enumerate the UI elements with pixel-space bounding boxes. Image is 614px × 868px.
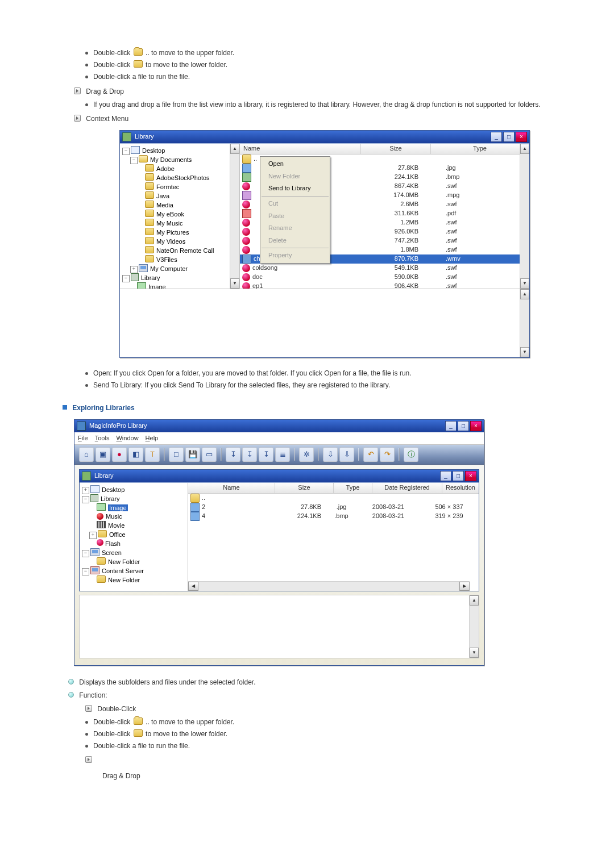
tree-pane[interactable]: −Desktop −My Documents Adobe AdobeStockP…	[120, 144, 240, 289]
collapse-icon[interactable]: −	[82, 568, 89, 575]
tool-screen-icon[interactable]: ▭	[202, 447, 217, 462]
tool-info-icon[interactable]: ⓘ	[404, 447, 418, 462]
preview-scrollbar[interactable]: ▲ ▼	[469, 595, 479, 658]
list-scrollbar[interactable]: ▲ ▼	[520, 144, 529, 289]
tool-home-icon[interactable]: ⌂	[79, 447, 94, 462]
tool-page1-icon[interactable]: ⇩	[323, 447, 338, 462]
list-item[interactable]: coldsong549.1KB.swf	[240, 264, 529, 273]
list-header[interactable]: Name Size Type Date Registered Resolutio…	[188, 483, 479, 494]
list-item[interactable]: doc590.0KB.swf	[240, 273, 529, 282]
header-size[interactable]: Size	[361, 144, 431, 154]
header-res[interactable]: Resolution	[442, 483, 479, 493]
collapse-icon[interactable]: −	[82, 496, 89, 503]
tool-send3-icon[interactable]: ↧	[259, 447, 273, 462]
tool-save-icon[interactable]: 💾	[185, 447, 200, 462]
file-type-icon	[242, 182, 250, 190]
menu-tools[interactable]: Tools	[95, 433, 110, 444]
inner-titlebar[interactable]: Library _ □ ×	[80, 470, 479, 482]
expand-icon[interactable]: +	[130, 266, 138, 273]
tool-send2-icon[interactable]: ↧	[242, 447, 257, 462]
toolbar-divider	[399, 448, 400, 461]
collapse-icon[interactable]: −	[82, 550, 89, 557]
scroll-right-button[interactable]: ▶	[459, 582, 470, 591]
menu-window[interactable]: Window	[116, 433, 138, 444]
header-type[interactable]: Type	[334, 483, 372, 493]
menu-bar[interactable]: File Tools Window Help	[74, 432, 484, 445]
scroll-up-button[interactable]: ▲	[470, 595, 479, 606]
tool-undo-icon[interactable]: ↶	[363, 447, 378, 462]
file-type: .swf	[429, 218, 529, 228]
minimize-button[interactable]: _	[440, 471, 451, 481]
menu-help[interactable]: Help	[146, 433, 159, 444]
tool-list-icon[interactable]: ≣	[275, 447, 290, 462]
scroll-up-button[interactable]: ▲	[230, 144, 239, 154]
file-type-icon	[242, 191, 251, 200]
list-item[interactable]: 4224.1KB.bmp2008-03-21319 × 239	[188, 512, 479, 521]
tree-selected[interactable]: Image	[108, 504, 128, 511]
list-item-up[interactable]: ..	[188, 494, 479, 503]
folder-down-icon	[134, 729, 143, 737]
tool-new-icon[interactable]: □	[169, 447, 184, 462]
maximize-button[interactable]: □	[503, 132, 515, 142]
maximize-button[interactable]: □	[458, 421, 469, 431]
collapse-icon[interactable]: −	[130, 157, 138, 164]
magicinfopro-window: MagicInfoPro Library _ □ × File Tools Wi…	[74, 419, 484, 666]
scroll-down-button[interactable]: ▼	[520, 347, 529, 357]
list-h-scrollbar[interactable]: ◀ ▶	[188, 581, 470, 591]
titlebar[interactable]: Library _ □ ×	[120, 131, 529, 143]
file-list-pane[interactable]: Name Size Type Date Registered Resolutio…	[188, 483, 479, 591]
ctx-send-library[interactable]: Send to Library	[260, 182, 330, 195]
tool-gear-icon[interactable]: ✲	[299, 447, 314, 462]
expand-icon[interactable]: +	[82, 487, 89, 494]
tool-page2-icon[interactable]: ⇩	[339, 447, 354, 462]
context-menu[interactable]: Open New Folder Send to Library Cut Past…	[260, 156, 330, 264]
arrow-icon	[74, 87, 81, 94]
header-type[interactable]: Type	[431, 144, 529, 154]
toolbar[interactable]: ⌂ ▣ ● ◧ T □ 💾 ▭ ↧ ↧ ↧ ≣ ✲ ⇩ ⇩ ↶ ↷ ⓘ	[74, 445, 484, 465]
header-name[interactable]: Name	[240, 144, 361, 154]
scroll-left-button[interactable]: ◀	[188, 582, 198, 591]
scroll-up-button[interactable]: ▲	[520, 289, 529, 299]
maximize-button[interactable]: □	[453, 471, 464, 481]
tool-palette-icon[interactable]: ◧	[128, 447, 143, 462]
titlebar[interactable]: MagicInfoPro Library _ □ ×	[74, 420, 484, 432]
scroll-down-button[interactable]: ▼	[470, 648, 479, 658]
expand-icon[interactable]: +	[89, 532, 97, 539]
close-button[interactable]: ×	[516, 132, 527, 142]
list-item[interactable]: 227.8KB.jpg2008-03-21506 × 337	[188, 503, 479, 512]
tree-pane[interactable]: +Desktop −Library Image Music Movie +Off…	[80, 483, 188, 591]
inner-title: Library	[94, 471, 114, 481]
tail-arrow-spacer	[85, 755, 551, 766]
preview-scrollbar[interactable]: ▲ ▼	[520, 289, 529, 357]
header-size[interactable]: Size	[275, 483, 334, 493]
file-type: .jpg	[429, 163, 529, 173]
header-date[interactable]: Date Registered	[372, 483, 442, 493]
ctx-cut: Cut	[260, 198, 330, 210]
folder-up-icon	[242, 155, 251, 164]
minimize-button[interactable]: _	[491, 132, 502, 142]
scroll-up-button[interactable]: ▲	[520, 144, 529, 154]
list-item[interactable]: ep1906.4KB.swf	[240, 282, 529, 289]
tail-bullet-run: Double-click a file to run the file.	[85, 741, 551, 752]
inner-library-window: Library _ □ × +Desktop −Library Image Mu…	[79, 469, 479, 591]
close-button[interactable]: ×	[465, 471, 476, 481]
close-button[interactable]: ×	[470, 421, 482, 431]
scroll-down-button[interactable]: ▼	[520, 278, 529, 289]
tool-text-icon[interactable]: T	[145, 447, 160, 462]
tool-redo-icon[interactable]: ↷	[380, 447, 395, 462]
tool-monitor-icon[interactable]: ▣	[96, 447, 110, 462]
header-name[interactable]: Name	[188, 483, 275, 493]
minimize-button[interactable]: _	[445, 421, 457, 431]
tool-send1-icon[interactable]: ↧	[226, 447, 240, 462]
file-type-icon	[242, 173, 251, 182]
scroll-down-button[interactable]: ▼	[230, 278, 239, 289]
menu-file[interactable]: File	[78, 433, 88, 444]
tree-scrollbar[interactable]: ▲ ▼	[230, 144, 239, 289]
collapse-icon[interactable]: −	[122, 275, 130, 282]
ctx-open[interactable]: Open	[260, 158, 330, 170]
app-icon	[122, 132, 131, 141]
list-header[interactable]: Name Size Type	[240, 144, 529, 155]
collapse-icon[interactable]: −	[122, 148, 130, 155]
tool-record-icon[interactable]: ●	[112, 447, 127, 462]
file-list-pane[interactable]: Name Size Type .. 27.8KB.jpg224.1KB.bmp8…	[240, 144, 529, 289]
